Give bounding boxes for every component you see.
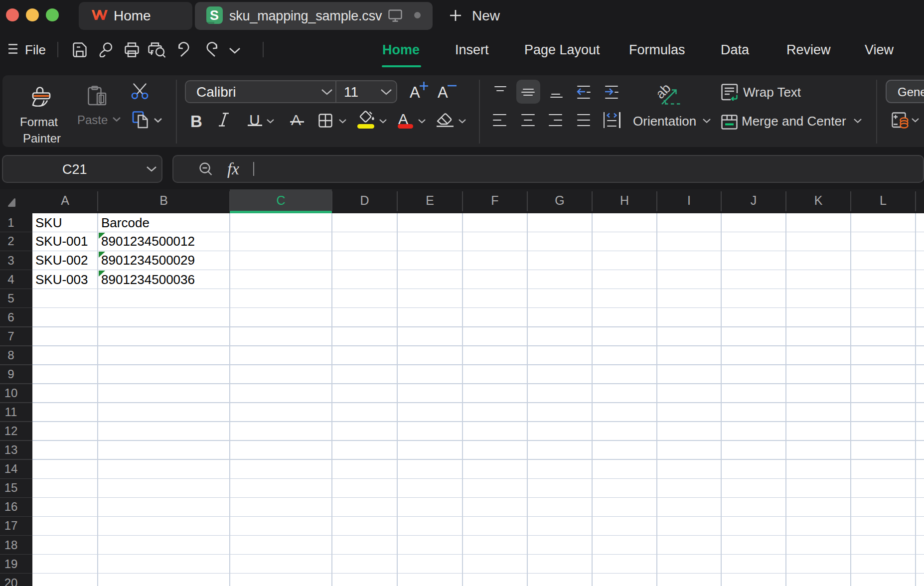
svg-text:ab: ab (658, 81, 674, 102)
svg-text:S: S (210, 8, 219, 23)
